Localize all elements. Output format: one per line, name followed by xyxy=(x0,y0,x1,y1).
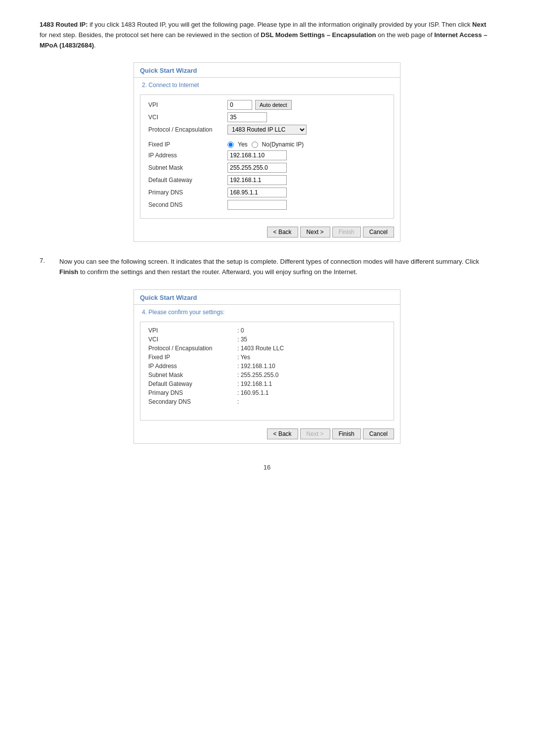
wizard2-cancel-button[interactable]: Cancel xyxy=(363,428,394,439)
fixed-ip-yes-radio[interactable] xyxy=(227,142,234,148)
step-7-text: Now you can see the following screen. It… xyxy=(59,257,494,278)
wizard1-finish-button[interactable]: Finish xyxy=(332,227,361,237)
ip-address-input[interactable] xyxy=(227,150,287,160)
confirm-label-4: IP Address xyxy=(148,363,237,370)
confirm-row-2: Protocol / Encapsulation: 1403 Route LLC xyxy=(148,345,386,352)
second-dns-row: Second DNS xyxy=(148,200,386,210)
primary-dns-input[interactable] xyxy=(227,188,287,197)
ip-address-label: IP Address xyxy=(148,152,227,159)
confirm-row-8: Secondary DNS: xyxy=(148,398,386,405)
confirm-value-0: : 0 xyxy=(237,327,244,334)
confirm-row-5: Subnet Mask: 255.255.255.0 xyxy=(148,372,386,378)
wizard1-inner: VPI Auto detect VCI Protocol / Encapsula… xyxy=(140,94,394,219)
subnet-mask-label: Subnet Mask xyxy=(148,164,227,171)
second-dns-input[interactable] xyxy=(227,200,287,210)
vci-value-group xyxy=(227,112,267,122)
fixed-ip-label: Fixed IP xyxy=(148,141,227,148)
wizard2-title: Quick Start Wizard xyxy=(134,290,400,305)
wizard2-finish-button[interactable]: Finish xyxy=(332,428,361,439)
wizard1-cancel-button[interactable]: Cancel xyxy=(363,227,394,237)
confirm-value-1: : 35 xyxy=(237,336,247,343)
intro-bold-dsl: DSL Modem Settings – Encapsulation xyxy=(261,31,376,39)
wizard2-btn-row: < Back Next > Finish Cancel xyxy=(134,425,400,443)
step-7-number: 7. xyxy=(40,257,51,278)
confirm-value-2: : 1403 Route LLC xyxy=(237,345,284,352)
fixed-ip-yes-label: Yes xyxy=(238,141,248,148)
confirm-label-2: Protocol / Encapsulation xyxy=(148,345,237,352)
confirm-label-7: Primary DNS xyxy=(148,389,237,396)
confirm-row-1: VCI: 35 xyxy=(148,336,386,343)
wizard-box-1: Quick Start Wizard 2. Connect to Interne… xyxy=(134,62,400,242)
confirm-value-3: : Yes xyxy=(237,354,250,361)
intro-bold-next: Next xyxy=(472,21,486,28)
default-gateway-label: Default Gateway xyxy=(148,177,227,184)
confirm-rows: VPI: 0VCI: 35Protocol / Encapsulation: 1… xyxy=(148,327,386,405)
intro-text4: . xyxy=(94,42,96,49)
vpi-row: VPI Auto detect xyxy=(148,100,386,110)
subnet-mask-value-group xyxy=(227,163,287,173)
fixed-ip-radio-group: Yes No(Dynamic IP) xyxy=(227,141,304,148)
confirm-label-3: Fixed IP xyxy=(148,354,237,361)
confirm-value-4: : 192.168.1.10 xyxy=(237,363,275,370)
wizard1-back-button[interactable]: < Back xyxy=(267,227,298,237)
ip-address-row: IP Address xyxy=(148,150,386,160)
step7-bold-finish: Finish xyxy=(59,268,78,276)
confirm-label-6: Default Gateway xyxy=(148,380,237,387)
protocol-value-group: 1483 Routed IP LLC xyxy=(227,125,307,135)
confirm-label-8: Secondary DNS xyxy=(148,398,237,405)
fixed-ip-no-radio[interactable] xyxy=(252,142,258,148)
confirm-value-8: : xyxy=(237,398,239,405)
wizard1-title: Quick Start Wizard xyxy=(134,63,400,78)
vci-label: VCI xyxy=(148,114,227,121)
step7-text1: Now you can see the following screen. It… xyxy=(59,258,479,265)
wizard2-back-button[interactable]: < Back xyxy=(267,428,298,439)
primary-dns-value-group xyxy=(227,188,287,197)
protocol-select[interactable]: 1483 Routed IP LLC xyxy=(227,125,307,135)
vpi-label: VPI xyxy=(148,101,227,108)
vci-input[interactable] xyxy=(227,112,267,122)
auto-detect-button[interactable]: Auto detect xyxy=(255,100,292,110)
confirm-row-6: Default Gateway: 192.168.1.1 xyxy=(148,380,386,387)
intro-text1: if you click 1483 Routed IP, you will ge… xyxy=(88,21,473,28)
second-dns-label: Second DNS xyxy=(148,201,227,208)
confirm-value-7: : 160.95.1.1 xyxy=(237,389,268,396)
wizard2-inner: VPI: 0VCI: 35Protocol / Encapsulation: 1… xyxy=(140,322,394,421)
subnet-mask-row: Subnet Mask xyxy=(148,163,386,173)
intro-text3: on the web page of xyxy=(376,31,434,39)
protocol-row: Protocol / Encapsulation 1483 Routed IP … xyxy=(148,125,386,135)
confirm-value-5: : 255.255.255.0 xyxy=(237,372,278,378)
step-7-block: 7. Now you can see the following screen.… xyxy=(40,257,494,278)
second-dns-value-group xyxy=(227,200,287,210)
default-gateway-row: Default Gateway xyxy=(148,175,386,185)
protocol-label: Protocol / Encapsulation xyxy=(148,126,227,133)
confirm-value-6: : 192.168.1.1 xyxy=(237,380,272,387)
wizard-box-2: Quick Start Wizard 4. Please confirm you… xyxy=(134,289,400,444)
wizard1-next-button[interactable]: Next > xyxy=(300,227,330,237)
confirm-row-7: Primary DNS: 160.95.1.1 xyxy=(148,389,386,396)
step7-text2: to confirm the settings and then restart… xyxy=(78,268,357,276)
ip-address-value-group xyxy=(227,150,287,160)
fixed-ip-no-label: No(Dynamic IP) xyxy=(262,141,304,148)
vci-row: VCI xyxy=(148,112,386,122)
vpi-input[interactable] xyxy=(227,100,252,110)
fixed-ip-row: Fixed IP Yes No(Dynamic IP) xyxy=(148,141,386,148)
intro-paragraph: 1483 Routed IP: if you click 1483 Routed… xyxy=(40,20,494,50)
default-gateway-value-group xyxy=(227,175,287,185)
wizard1-btn-row: < Back Next > Finish Cancel xyxy=(134,224,400,241)
confirm-row-3: Fixed IP: Yes xyxy=(148,354,386,361)
page-number: 16 xyxy=(40,464,494,471)
primary-dns-row: Primary DNS xyxy=(148,188,386,197)
wizard2-next-button[interactable]: Next > xyxy=(300,428,330,439)
confirm-label-1: VCI xyxy=(148,336,237,343)
wizard2-section: 4. Please confirm your settings: xyxy=(134,305,400,318)
intro-text2: for next step. Besides, the protocol set… xyxy=(40,31,261,39)
confirm-row-0: VPI: 0 xyxy=(148,327,386,334)
confirm-label-0: VPI xyxy=(148,327,237,334)
wizard1-section: 2. Connect to Internet xyxy=(134,78,400,91)
vpi-value-group: Auto detect xyxy=(227,100,292,110)
confirm-label-5: Subnet Mask xyxy=(148,372,237,378)
default-gateway-input[interactable] xyxy=(227,175,287,185)
subnet-mask-input[interactable] xyxy=(227,163,287,173)
primary-dns-label: Primary DNS xyxy=(148,189,227,196)
intro-bold-start: 1483 Routed IP: xyxy=(40,21,88,28)
